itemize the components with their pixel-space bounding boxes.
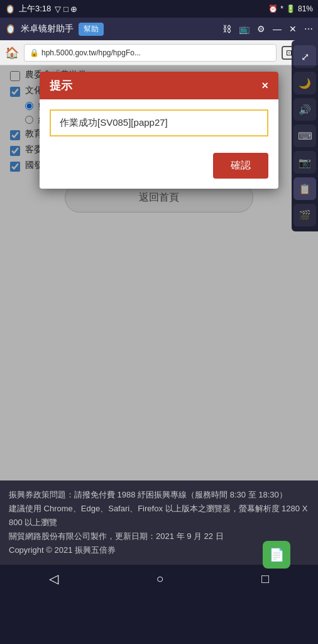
status-time: 上午3:18	[19, 3, 51, 14]
bluetooth-icon: *	[280, 4, 283, 13]
dialog-header: 提示 ×	[40, 72, 278, 99]
android-nav-bar: ◁ ○ □	[0, 565, 318, 592]
minimize-icon[interactable]: —	[273, 24, 282, 34]
footer-line2: 建議使用 Chrome、Edge、Safari、Firefox 以上版本之瀏覽器…	[9, 502, 309, 530]
confirm-button[interactable]: 確認	[213, 153, 268, 179]
footer-line1: 振興券政策問題：請撥免付費 1988 紓困振興專線（服務時間 8:30 至 18…	[9, 488, 309, 502]
app-title: 米卓镜射助手	[21, 23, 74, 35]
float-action-icon: 📄	[269, 547, 285, 562]
app-icon-title: 🪞	[5, 24, 16, 34]
dialog-message: 作業成功[SV085][papp27]	[60, 117, 168, 128]
recent-button[interactable]: □	[251, 569, 279, 589]
app-icon: 🪞	[5, 4, 15, 14]
dialog-title: 提示	[50, 78, 72, 93]
dialog-footer: 確認	[40, 147, 278, 189]
dialog-message-box: 作業成功[SV085][papp27]	[50, 109, 268, 136]
panel-expand-button[interactable]: ⤢	[293, 45, 316, 68]
status-right: ⏰ * 🔋 81%	[268, 4, 313, 13]
dialog: 提示 × 作業成功[SV085][papp27] 確認	[40, 72, 278, 189]
battery-percent: 81%	[298, 4, 313, 13]
home-button-nav[interactable]: ○	[146, 569, 173, 589]
web-content: 農委會「農遊券」 文化部「藝Fun券」 數位（限以1組手機號碼綁定1組身分證字號…	[0, 65, 318, 480]
status-left: 🪞 上午3:18 ▽ □ ⊕	[5, 3, 77, 14]
more-icon[interactable]: ⋯	[304, 24, 313, 34]
alarm-icon: ⏰	[268, 4, 278, 13]
help-label[interactable]: 幫助	[79, 23, 104, 36]
status-bar: 🪞 上午3:18 ▽ □ ⊕ ⏰ * 🔋 81%	[0, 0, 318, 18]
dialog-close-button[interactable]: ×	[261, 79, 268, 92]
gear-icon[interactable]: ⚙	[257, 24, 265, 34]
dialog-overlay: 提示 × 作業成功[SV085][papp27] 確認	[0, 65, 318, 480]
app-title-left: 🪞 米卓镜射助手 幫助	[5, 23, 104, 36]
app-title-bar: 🪞 米卓镜射助手 幫助 ⛓ 📺 ⚙ — ✕ ⋯	[0, 18, 318, 40]
back-button[interactable]: ◁	[39, 569, 69, 589]
float-action-button[interactable]: 📄	[263, 541, 290, 569]
close-icon[interactable]: ✕	[289, 24, 297, 34]
url-bar[interactable]: 🔒 hph.5000.gov.tw/hpg/hpgFo...	[24, 44, 277, 62]
browser-bar: 🏠 🔒 hph.5000.gov.tw/hpg/hpgFo... ⊡ ⋮	[0, 40, 318, 65]
cast-icon[interactable]: 📺	[239, 24, 249, 34]
battery-icon: 🔋	[286, 4, 295, 13]
status-icons: ▽ □ ⊕	[55, 4, 77, 14]
lock-icon: 🔒	[30, 48, 39, 57]
url-text: hph.5000.gov.tw/hpg/hpgFo...	[41, 48, 141, 57]
chain-icon[interactable]: ⛓	[222, 24, 231, 34]
app-title-icons: ⛓ 📺 ⚙ — ✕ ⋯	[222, 24, 313, 34]
home-nav-icon[interactable]: 🏠	[5, 46, 19, 60]
dialog-body: 作業成功[SV085][papp27]	[40, 99, 278, 147]
